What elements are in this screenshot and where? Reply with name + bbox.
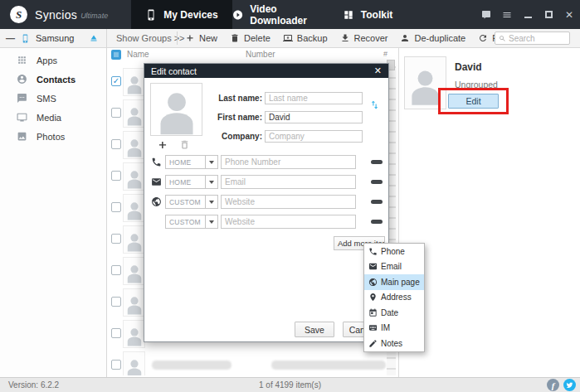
lastname-input[interactable]	[265, 92, 363, 104]
backup-button[interactable]: Backup	[283, 33, 328, 43]
new-button[interactable]: New	[185, 33, 217, 43]
toolbar-divider	[177, 31, 178, 45]
email-icon	[368, 262, 378, 271]
row-checkbox[interactable]	[111, 171, 121, 181]
chevron-down-icon[interactable]	[205, 176, 217, 188]
close-icon[interactable]: ✕	[563, 9, 575, 21]
trash-icon	[230, 33, 240, 43]
swap-names-icon[interactable]	[369, 99, 380, 110]
collapse-icon[interactable]: —	[6, 33, 15, 43]
contact-avatar	[123, 225, 145, 254]
company-input[interactable]	[265, 130, 363, 143]
chevron-down-icon[interactable]	[205, 215, 217, 228]
row-checkbox[interactable]	[111, 202, 121, 212]
sidebar-item-photos[interactable]: Photos	[0, 127, 106, 146]
contact-row[interactable]	[107, 350, 398, 375]
column-number[interactable]: Number	[246, 50, 275, 59]
dialog-close-icon[interactable]: ✕	[374, 65, 382, 76]
media-icon	[17, 112, 27, 123]
facebook-icon[interactable]: f	[547, 379, 559, 391]
column-name[interactable]: Name	[127, 50, 149, 59]
minimize-icon[interactable]	[522, 9, 534, 21]
sidebar-item-sms[interactable]: SMS	[0, 89, 106, 108]
row-checkbox[interactable]	[111, 328, 121, 338]
location-pin-icon	[368, 293, 378, 302]
tab-label: Video Downloader	[250, 3, 332, 27]
tab-my-devices[interactable]: My Devices	[131, 0, 232, 29]
show-groups-button[interactable]: Show Groups >>	[116, 33, 185, 43]
tab-video-downloader[interactable]: Video Downloader	[232, 0, 332, 29]
person-silhouette-icon	[125, 230, 144, 253]
select-value: HOME	[169, 178, 191, 186]
phone-type-select[interactable]: HOME	[165, 155, 218, 169]
notes-pencil-icon	[368, 339, 378, 348]
row-checkbox[interactable]	[111, 234, 121, 244]
menu-item-main-page[interactable]: Main page	[364, 274, 424, 290]
toolbar: — Samsung Show Groups >> New Delete Back…	[0, 29, 580, 48]
dialog-avatar[interactable]	[150, 83, 202, 136]
sidebar-item-media[interactable]: Media	[0, 108, 106, 127]
menu-item-label: IM	[381, 323, 390, 332]
add-photo-icon[interactable]	[157, 139, 168, 151]
column-index[interactable]: #	[383, 50, 387, 58]
menu-item-label: Date	[381, 308, 398, 317]
email-field-row: HOME	[144, 175, 390, 189]
row-checkbox[interactable]: ✓	[111, 76, 121, 86]
select-all-checkbox[interactable]	[111, 50, 121, 60]
recover-button[interactable]: Recover	[340, 33, 388, 43]
maximize-icon[interactable]	[543, 9, 554, 21]
phone-number-input[interactable]	[221, 155, 356, 169]
search-box[interactable]	[495, 31, 570, 45]
deduplicate-button[interactable]: De-duplicate	[400, 33, 465, 43]
menu-item-address[interactable]: Address	[364, 290, 424, 306]
website-input[interactable]	[221, 195, 356, 209]
person-silhouette-icon	[125, 199, 144, 221]
sidebar-item-label: SMS	[37, 94, 56, 104]
contact-avatar	[123, 257, 145, 285]
globe-icon	[151, 196, 162, 207]
menu-icon[interactable]	[501, 9, 513, 21]
contact-avatar	[123, 320, 145, 348]
remove-row-button[interactable]	[371, 220, 383, 224]
device-header[interactable]: — Samsung	[0, 29, 106, 47]
remove-photo-icon[interactable]	[179, 139, 190, 150]
remove-row-button[interactable]	[371, 180, 383, 184]
dialog-header[interactable]: Edit contact ✕	[144, 64, 388, 78]
eject-icon[interactable]	[89, 33, 99, 43]
website-input[interactable]	[221, 215, 356, 229]
edit-contact-dialog: Edit contact ✕ Last name: First name: Co…	[144, 63, 389, 342]
remove-row-button[interactable]	[371, 200, 383, 204]
firstname-input[interactable]	[265, 111, 363, 123]
website-type-select[interactable]: CUSTOM	[165, 215, 218, 229]
menu-item-im[interactable]: IM	[364, 321, 424, 336]
lastname-label: Last name:	[194, 94, 262, 103]
tab-toolkit[interactable]: Toolkit	[332, 0, 403, 29]
sidebar-item-apps[interactable]: Apps	[0, 51, 106, 70]
save-button[interactable]: Save	[295, 322, 334, 337]
company-label: Company:	[194, 132, 262, 141]
row-checkbox[interactable]	[111, 265, 121, 275]
menu-item-date[interactable]: Date	[364, 305, 424, 321]
select-value: CUSTOM	[169, 218, 201, 226]
search-input[interactable]	[509, 34, 567, 43]
menu-item-email[interactable]: Email	[364, 259, 424, 275]
chevron-down-icon[interactable]	[205, 196, 217, 208]
remove-row-button[interactable]	[371, 160, 383, 164]
email-input[interactable]	[221, 175, 356, 189]
row-checkbox[interactable]	[111, 360, 121, 370]
row-checkbox[interactable]	[111, 108, 121, 118]
delete-button[interactable]: Delete	[230, 33, 271, 43]
menu-item-phone[interactable]: Phone	[364, 244, 424, 259]
sidebar-item-contacts[interactable]: Contacts	[0, 70, 106, 89]
sidebar-item-label: Contacts	[37, 75, 76, 85]
feedback-icon[interactable]	[480, 9, 492, 21]
email-type-select[interactable]: HOME	[165, 175, 218, 189]
row-checkbox[interactable]	[111, 139, 121, 149]
row-checkbox[interactable]	[111, 297, 121, 307]
contact-avatar	[123, 288, 145, 317]
chevron-down-icon[interactable]	[205, 156, 217, 168]
website-type-select[interactable]: CUSTOM	[165, 195, 218, 209]
menu-item-notes[interactable]: Notes	[364, 336, 424, 351]
toolbar-buttons: New Delete Backup Recover De-duplicate R…	[185, 29, 524, 47]
twitter-icon[interactable]	[563, 379, 576, 391]
